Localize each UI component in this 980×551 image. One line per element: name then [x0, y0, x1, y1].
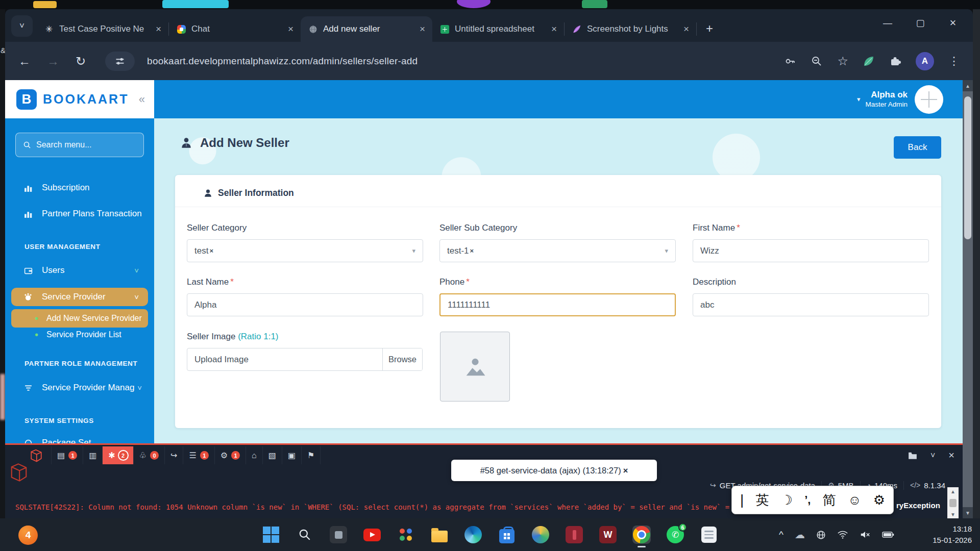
ime-punctuation-toggle[interactable]: ’,: [804, 494, 811, 506]
office-apps-button[interactable]: [397, 525, 415, 544]
close-icon[interactable]: ×: [550, 23, 558, 35]
swirl-app-button[interactable]: [531, 525, 550, 544]
file-explorer-button[interactable]: [430, 525, 449, 544]
search-button[interactable]: [296, 525, 314, 544]
close-icon[interactable]: ×: [419, 23, 426, 35]
scrollbar-thumb[interactable]: [964, 96, 971, 239]
notes-app-button[interactable]: [700, 525, 718, 544]
sidebar-item-add-new-service-provider[interactable]: • Add New Service Provider: [11, 309, 148, 328]
phone-input[interactable]: 1111111111: [439, 293, 676, 316]
tab-spreadsheet[interactable]: Untitled spreadsheet ×: [432, 16, 564, 42]
seller-category-select[interactable]: test× ▾: [187, 239, 423, 262]
scroll-down-button[interactable]: ▼: [963, 507, 973, 518]
start-button[interactable]: [262, 525, 280, 544]
close-debugbar-icon[interactable]: ×: [948, 449, 954, 461]
extensions-puzzle-icon[interactable]: [889, 55, 901, 67]
folder-icon[interactable]: [908, 452, 917, 460]
sidebar-item-service-provider-manage[interactable]: Service Provider Manag ˅: [5, 379, 154, 396]
user-info[interactable]: Alpha ok Master Admin: [865, 89, 908, 109]
ajax-request-popup[interactable]: #58 get-service-data (ajax) (13:18:27) ×: [451, 460, 657, 481]
taskbar-clock[interactable]: 13:18 15-01-2026: [933, 523, 972, 546]
sidebar-item-service-provider-list[interactable]: • Service Provider List: [5, 326, 154, 343]
forward-icon[interactable]: →: [47, 54, 59, 68]
extension-leaf-icon[interactable]: [863, 55, 875, 67]
scroll-up-icon[interactable]: ▲: [950, 489, 955, 494]
sidebar-search-input[interactable]: Search menu...: [15, 133, 144, 157]
notification-badge[interactable]: 4: [18, 525, 38, 545]
ime-simplified-toggle[interactable]: 简: [823, 493, 836, 507]
debug-route-button[interactable]: ↪: [164, 446, 183, 464]
close-icon[interactable]: ×: [682, 23, 690, 35]
back-button[interactable]: Back: [894, 136, 941, 159]
whatsapp-button[interactable]: ✆ 6: [666, 525, 684, 544]
profile-avatar[interactable]: A: [916, 52, 934, 70]
dark-app-button[interactable]: [329, 525, 348, 544]
debug-gate-button[interactable]: ⌂: [246, 446, 262, 464]
ime-language-toggle[interactable]: 英: [756, 493, 769, 507]
close-icon[interactable]: ×: [623, 466, 628, 475]
collapse-sidebar-icon[interactable]: «: [139, 93, 145, 106]
emoji-icon[interactable]: ☺: [848, 493, 862, 507]
site-info-button[interactable]: [105, 52, 135, 71]
tab-test-case[interactable]: ✳ Test Case Positive Ne ×: [37, 16, 168, 42]
seller-sub-category-select[interactable]: test-1× ▾: [439, 239, 676, 262]
microsoft-store-button[interactable]: [498, 525, 516, 544]
battery-icon[interactable]: [882, 531, 894, 538]
upload-image-input[interactable]: Upload Image: [187, 348, 382, 370]
chrome-button[interactable]: [632, 525, 651, 544]
debug-memory-button[interactable]: ♧0: [133, 446, 164, 464]
zoom-out-icon[interactable]: [811, 55, 823, 67]
tab-add-new-seller[interactable]: Add new seller ×: [301, 16, 432, 42]
kebab-menu-icon[interactable]: ⋮: [948, 55, 960, 68]
tag-remove-icon[interactable]: ×: [470, 247, 474, 255]
close-icon[interactable]: ×: [155, 23, 162, 35]
w-app-button[interactable]: W: [599, 525, 617, 544]
tab-chat[interactable]: Chat ×: [169, 16, 301, 42]
debugbar-scrollbar[interactable]: ▲ ▼: [947, 487, 959, 519]
debug-messages-button[interactable]: ▤1: [51, 446, 83, 464]
description-input[interactable]: abc: [693, 293, 929, 316]
maximize-button[interactable]: ▢: [912, 17, 929, 29]
scroll-up-button[interactable]: ▲: [963, 80, 973, 91]
browse-button[interactable]: Browse: [382, 348, 422, 370]
user-menu-caret-icon[interactable]: ▾: [857, 95, 861, 103]
debug-exceptions-button[interactable]: ✱2: [102, 446, 133, 464]
debug-views-button[interactable]: ▧: [262, 446, 282, 464]
youtube-button[interactable]: [363, 525, 381, 544]
tray-chevron-up-icon[interactable]: ^: [779, 529, 783, 540]
reload-icon[interactable]: ↻: [76, 54, 86, 68]
wifi-icon[interactable]: [837, 530, 848, 539]
debug-queries-button[interactable]: ☰1: [183, 446, 214, 464]
bookmark-star-icon[interactable]: ☆: [837, 54, 848, 68]
debug-timeline-button[interactable]: ▥: [83, 446, 102, 464]
sidebar-item-subscription[interactable]: Subscription: [5, 179, 154, 196]
minimize-button[interactable]: —: [879, 18, 896, 29]
sidebar-item-users[interactable]: Users ˅: [5, 262, 154, 279]
password-key-icon[interactable]: [784, 55, 796, 67]
red-app-button[interactable]: [565, 525, 583, 544]
minimize-debugbar-icon[interactable]: ˅: [930, 451, 935, 460]
first-name-input[interactable]: Wizz: [693, 239, 929, 262]
close-icon[interactable]: ×: [287, 23, 295, 35]
last-name-input[interactable]: Alpha: [187, 293, 423, 316]
edge-button[interactable]: [464, 525, 482, 544]
scroll-down-icon[interactable]: ▼: [950, 512, 955, 517]
network-globe-icon[interactable]: [816, 530, 826, 540]
back-icon[interactable]: ←: [18, 54, 31, 68]
onedrive-cloud-icon[interactable]: ☁: [795, 529, 805, 541]
page-scrollbar[interactable]: ▲ ▼: [963, 80, 973, 518]
user-avatar[interactable]: [915, 85, 943, 114]
debug-request-button[interactable]: ⚑: [301, 446, 321, 464]
sidebar-item-partner-plans[interactable]: Partner Plans Transaction: [5, 205, 154, 222]
volume-muted-icon[interactable]: [860, 530, 871, 539]
debug-models-button[interactable]: ⚙1: [214, 446, 246, 464]
moon-icon[interactable]: ☽: [781, 493, 793, 507]
tag-remove-icon[interactable]: ×: [209, 247, 213, 255]
sidebar-item-clipped[interactable]: Package Set: [5, 434, 154, 443]
debug-session-button[interactable]: ▣: [282, 446, 301, 464]
tab-lightshot[interactable]: Screenshot by Lights ×: [565, 16, 696, 42]
close-window-button[interactable]: ×: [944, 16, 962, 30]
new-tab-button[interactable]: +: [701, 20, 718, 37]
sidebar-item-service-provider[interactable]: Service Provider ˅: [11, 288, 148, 306]
tab-search-menu-button[interactable]: ˅: [11, 15, 33, 37]
